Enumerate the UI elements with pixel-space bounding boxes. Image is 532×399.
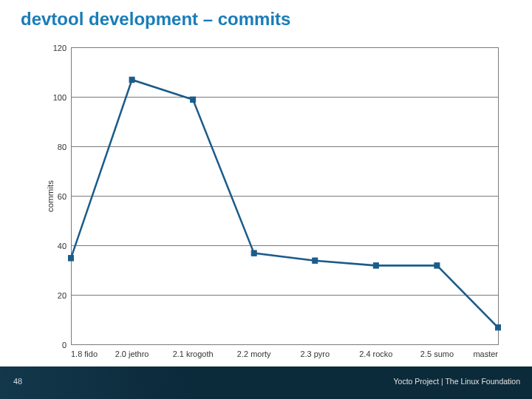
footer-bar: 48 Yocto Project | The Linux Foundation [0, 366, 532, 399]
data-marker [496, 325, 501, 330]
data-marker [373, 263, 378, 268]
y-axis-label: commits [46, 180, 55, 212]
data-marker [313, 258, 318, 263]
data-marker [191, 97, 196, 102]
x-tick-label: 2.1 krogoth [173, 349, 214, 358]
data-marker [69, 256, 74, 261]
x-tick-label: 2.4 rocko [359, 349, 392, 358]
y-tick-label: 80 [58, 142, 66, 151]
x-tick-label: 2.0 jethro [115, 349, 149, 358]
y-tick-label: 20 [58, 291, 66, 300]
data-marker [129, 77, 134, 82]
x-tick-label: 1.8 fido [71, 349, 98, 358]
footer-decoration [0, 366, 192, 399]
x-tick-label: master [473, 349, 498, 358]
page-title: devtool development – commits [0, 0, 532, 41]
y-tick-label: 120 [53, 43, 66, 52]
slide: devtool development – commits 0204060801… [0, 0, 532, 399]
x-tick-label: 2.2 morty [237, 349, 271, 358]
y-tick-label: 40 [58, 242, 66, 250]
data-marker [434, 263, 440, 268]
x-tick-label: 2.5 sumo [420, 349, 454, 358]
data-line [71, 80, 498, 327]
x-tick-label: 2.3 pyro [300, 349, 330, 358]
chart-container: 0204060801001201.8 fido2.0 jethro2.1 kro… [0, 41, 532, 366]
y-tick-label: 100 [53, 92, 66, 101]
data-marker [251, 250, 256, 256]
footer-credits: Yocto Project | The Linux Foundation [394, 377, 520, 386]
commits-line-chart: 0204060801001201.8 fido2.0 jethro2.1 kro… [44, 41, 502, 366]
page-number: 48 [13, 377, 22, 386]
y-tick-label: 0 [62, 341, 66, 349]
y-tick-label: 60 [58, 191, 66, 200]
